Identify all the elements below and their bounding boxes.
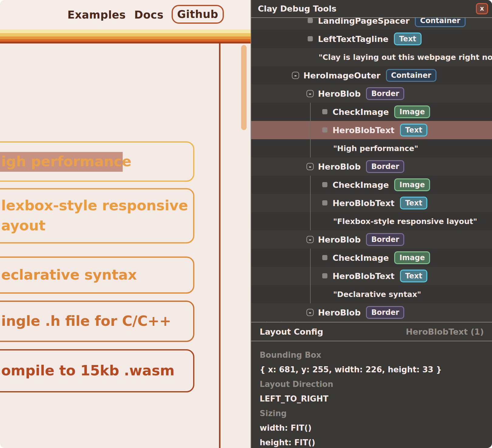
property-label: Sizing <box>260 406 492 421</box>
leaf-bullet-icon <box>322 109 327 114</box>
scrollbar-thumb[interactable] <box>241 45 247 130</box>
tree-indent-guide-segment <box>310 194 311 212</box>
element-type-badge: Image <box>394 105 430 118</box>
element-type-badge: Border <box>366 233 404 246</box>
tree-row-text-content[interactable]: "High performance" <box>251 139 492 157</box>
tree-row[interactable]: -HeroBlobBorder <box>251 303 492 322</box>
nav-link-examples[interactable]: Examples <box>67 0 126 29</box>
leaf-bullet-icon <box>322 255 327 260</box>
element-name: HeroBlobText <box>333 198 395 208</box>
element-type-badge: Text <box>400 270 427 282</box>
tree-row-text-content[interactable]: "Flexbox-style responsive layout" <box>251 212 492 230</box>
tree-row[interactable]: -HeroImageOuterContainer <box>251 66 492 84</box>
tree-indent-guide-segment <box>310 121 311 139</box>
collapse-toggle-icon[interactable]: - <box>306 163 314 170</box>
tree-row[interactable]: -HeroBlobBorder <box>251 230 492 249</box>
clay-debug-panel: Clay Debug Tools x LandingPageSpacerCont… <box>251 0 492 448</box>
feature-box-text: ingle .h file for C/C++ <box>1 311 171 331</box>
selected-element-label: HeroBlobText (1) <box>406 327 484 336</box>
feature-box: ingle .h file for C/C++ <box>0 301 194 342</box>
feature-box-text: eclarative syntax <box>1 265 137 285</box>
element-name: HeroBlob <box>318 89 360 98</box>
feature-box: eclarative syntax <box>0 257 194 294</box>
feature-box-text: lexbox-style responsive ayout <box>1 196 188 236</box>
leaf-bullet-icon <box>322 127 327 133</box>
feature-box-text: ompile to 15kb .wasm <box>1 361 175 381</box>
element-type-badge: Border <box>366 87 404 100</box>
property-value: width: FIT() <box>260 421 492 435</box>
tree-row[interactable]: HeroBlobTextText <box>251 194 492 212</box>
layout-config-title: Layout Config <box>260 327 323 336</box>
element-name: HeroBlob <box>318 235 360 244</box>
element-name: HeroBlob <box>318 162 360 171</box>
element-type-badge: Text <box>400 124 427 136</box>
element-type-badge: Border <box>366 160 404 173</box>
collapse-toggle-icon[interactable]: - <box>306 236 314 243</box>
element-name: HeroImageOuter <box>303 71 381 80</box>
debug-panel-title: Clay Debug Tools <box>258 4 337 13</box>
tree-row-text-content[interactable]: "Declarative syntax" <box>251 285 492 303</box>
tree-indent-guide-segment <box>310 103 311 121</box>
tree-indent-guide-segment <box>310 176 311 194</box>
element-type-badge: Border <box>366 306 404 319</box>
leaf-bullet-icon <box>322 182 327 187</box>
debug-panel-titlebar: Clay Debug Tools x <box>251 0 492 18</box>
tree-row[interactable]: CheckImageImage <box>251 176 492 194</box>
collapse-toggle-icon[interactable]: - <box>306 309 314 316</box>
app-window: Examples Docs Github igh performancelexb… <box>0 0 492 448</box>
nav-link-docs[interactable]: Docs <box>134 0 164 29</box>
element-type-badge: Image <box>394 178 430 191</box>
element-name: HeroBlobText <box>333 126 395 135</box>
tree-row[interactable]: LeftTextTaglineText <box>251 30 492 48</box>
leaf-bullet-icon <box>308 36 313 41</box>
tree-row[interactable]: CheckImageImage <box>251 249 492 267</box>
tree-row-text-content[interactable]: "Clay is laying out this webpage right n… <box>251 48 492 66</box>
close-button[interactable]: x <box>476 3 488 14</box>
element-name: HeroBlobText <box>333 271 395 281</box>
element-text-preview: "Declarative syntax" <box>333 290 421 299</box>
tree-indent-guide-segment <box>310 212 311 230</box>
clay-website-page: Examples Docs Github igh performancelexb… <box>0 0 251 448</box>
feature-box: lexbox-style responsive ayout <box>0 188 194 243</box>
element-type-badge: Image <box>394 251 430 264</box>
element-name: LeftTextTagline <box>318 34 388 44</box>
property-label: Bounding Box <box>260 348 492 362</box>
tree-row[interactable]: LandingPageSpacerContainer <box>251 18 492 30</box>
property-value: LEFT_TO_RIGHT <box>260 391 492 406</box>
tree-row[interactable]: CheckImageImage <box>251 103 492 121</box>
property-value: { x: 681, y: 255, width: 226, height: 33… <box>260 362 492 377</box>
decorative-gradient-stripe <box>0 29 251 43</box>
feature-box: igh performance <box>0 141 194 182</box>
element-name: CheckImage <box>333 253 389 263</box>
element-text-preview: "Clay is laying out this webpage right n… <box>319 53 492 62</box>
element-type-badge: Text <box>394 33 421 45</box>
tree-row[interactable]: -HeroBlobBorder <box>251 84 492 103</box>
tree-indent-guide-segment <box>310 267 311 285</box>
collapse-toggle-icon[interactable]: - <box>292 72 299 79</box>
tree-indent-guide-segment <box>310 139 311 157</box>
column-divider <box>219 43 220 448</box>
layout-config-header: Layout Config HeroBlobText (1) <box>251 322 492 341</box>
leaf-bullet-icon <box>322 273 327 278</box>
layout-config-properties: Bounding Box{ x: 681, y: 255, width: 226… <box>251 341 492 448</box>
element-type-badge: Container <box>415 18 465 27</box>
tree-row[interactable]: HeroBlobTextText <box>251 121 492 139</box>
element-name: HeroBlob <box>318 308 360 317</box>
leaf-bullet-icon <box>322 200 327 205</box>
tree-row[interactable]: HeroBlobTextText <box>251 267 492 285</box>
element-text-preview: "High performance" <box>333 144 418 153</box>
element-name: LandingPageSpacer <box>318 18 409 26</box>
tree-indent-guide-segment <box>310 249 311 267</box>
feature-box-text: igh performance <box>1 152 132 172</box>
feature-box: ompile to 15kb .wasm <box>0 349 194 392</box>
property-value: height: FIT() <box>260 435 492 448</box>
element-name: CheckImage <box>333 180 389 190</box>
element-type-badge: Container <box>386 69 436 82</box>
element-text-preview: "Flexbox-style responsive layout" <box>333 217 477 226</box>
property-label: Layout Direction <box>260 377 492 391</box>
leaf-bullet-icon <box>308 18 313 23</box>
element-tree: LandingPageSpacerContainerLeftTextTaglin… <box>251 18 492 322</box>
github-button[interactable]: Github <box>172 5 224 24</box>
collapse-toggle-icon[interactable]: - <box>306 90 314 97</box>
tree-row[interactable]: -HeroBlobBorder <box>251 157 492 176</box>
